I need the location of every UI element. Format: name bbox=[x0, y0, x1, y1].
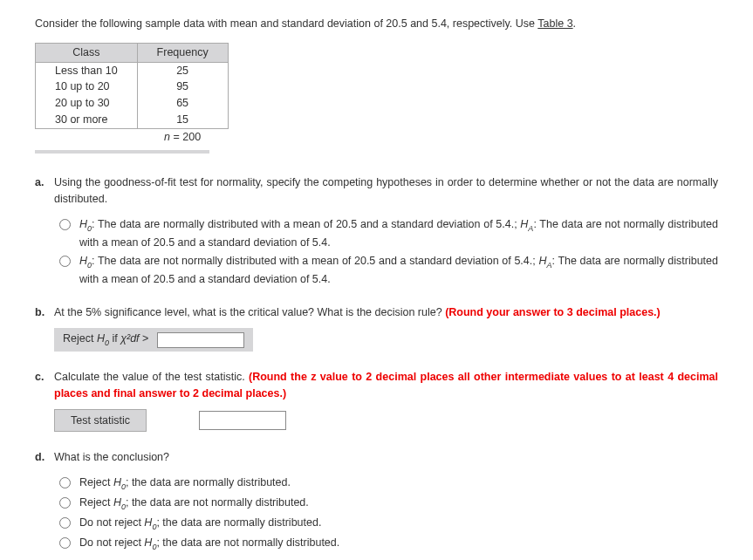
test-stat-row: Test statistic bbox=[54, 409, 718, 433]
table-cell-class: 30 or more bbox=[36, 112, 138, 128]
option-text: Reject H0; the data are normally distrib… bbox=[79, 475, 718, 493]
test-stat-label: Test statistic bbox=[54, 409, 147, 433]
reject-box: Reject H0 if χ²df > bbox=[54, 328, 253, 352]
question-text: At the 5% significance level, what is th… bbox=[54, 306, 445, 318]
radio-d2[interactable] bbox=[59, 497, 71, 509]
option-row[interactable]: H0: The data are not normally distribute… bbox=[54, 253, 718, 288]
table-header-class: Class bbox=[36, 43, 138, 62]
table-cell-freq: 65 bbox=[137, 95, 228, 112]
question-c: c. Calculate the value of the test stati… bbox=[35, 369, 718, 432]
question-text: What is the conclusion? bbox=[54, 451, 169, 463]
question-label: a. bbox=[35, 174, 54, 191]
question-label: d. bbox=[35, 449, 54, 466]
question-label: c. bbox=[35, 369, 54, 386]
frequency-table: Class Frequency Less than 10 25 10 up to… bbox=[35, 43, 229, 146]
table-row: Less than 10 25 bbox=[36, 62, 229, 79]
option-row[interactable]: Do not reject H0; the data are normally … bbox=[54, 515, 718, 533]
critical-value-input[interactable] bbox=[157, 332, 244, 348]
table-cell-freq: 95 bbox=[137, 79, 228, 95]
divider bbox=[35, 150, 209, 154]
radio-d4[interactable] bbox=[59, 537, 71, 549]
table-cell-freq: 25 bbox=[137, 62, 228, 79]
question-text: Using the goodness-of-fit test for norma… bbox=[54, 176, 718, 205]
table-total-row: n = 200 bbox=[36, 128, 229, 145]
table-cell-class: 10 up to 20 bbox=[36, 79, 138, 95]
option-row[interactable]: H0: The data are normally distributed wi… bbox=[54, 216, 718, 251]
radio-a1[interactable] bbox=[59, 219, 71, 230]
question-text: Calculate the value of the test statisti… bbox=[54, 371, 249, 383]
intro-body: Consider the following sample data with … bbox=[35, 17, 537, 30]
question-a: a. Using the goodness-of-fit test for no… bbox=[35, 174, 718, 287]
table-cell-class: 20 up to 30 bbox=[36, 95, 138, 112]
option-text: H0: The data are not normally distribute… bbox=[79, 253, 718, 288]
option-text: Reject H0; the data are not normally dis… bbox=[79, 495, 718, 513]
radio-a2[interactable] bbox=[59, 256, 71, 267]
table-link[interactable]: Table 3 bbox=[537, 17, 572, 30]
test-stat-input[interactable] bbox=[199, 411, 286, 430]
option-row[interactable]: Reject H0; the data are normally distrib… bbox=[54, 475, 718, 493]
radio-d1[interactable] bbox=[59, 477, 71, 488]
options-a: H0: The data are normally distributed wi… bbox=[54, 216, 718, 288]
reject-label: Reject H0 if χ²df > bbox=[63, 331, 148, 349]
options-d: Reject H0; the data are normally distrib… bbox=[54, 475, 718, 553]
option-row[interactable]: Reject H0; the data are not normally dis… bbox=[54, 495, 718, 513]
radio-d3[interactable] bbox=[59, 517, 71, 529]
table-cell-freq: 15 bbox=[137, 112, 228, 128]
question-d: d. What is the conclusion? Reject H0; th… bbox=[35, 449, 718, 553]
intro-text: Consider the following sample data with … bbox=[35, 16, 718, 32]
table-header-frequency: Frequency bbox=[137, 43, 228, 62]
table-cell-class: Less than 10 bbox=[36, 62, 138, 79]
option-text: Do not reject H0; the data are normally … bbox=[79, 515, 718, 533]
option-text: H0: The data are normally distributed wi… bbox=[79, 216, 718, 251]
option-row[interactable]: Do not reject H0; the data are not norma… bbox=[54, 535, 718, 553]
table-row: 10 up to 20 95 bbox=[36, 79, 229, 95]
table-row: 20 up to 30 65 bbox=[36, 95, 229, 112]
option-text: Do not reject H0; the data are not norma… bbox=[79, 535, 718, 553]
chi-symbol: χ²df bbox=[120, 332, 139, 345]
question-label: b. bbox=[35, 304, 54, 321]
question-b: b. At the 5% significance level, what is… bbox=[35, 304, 718, 352]
intro-suffix: . bbox=[573, 17, 576, 30]
instruction-red: (Round your answer to 3 decimal places.) bbox=[445, 306, 661, 318]
table-row: 30 or more 15 bbox=[36, 112, 229, 128]
